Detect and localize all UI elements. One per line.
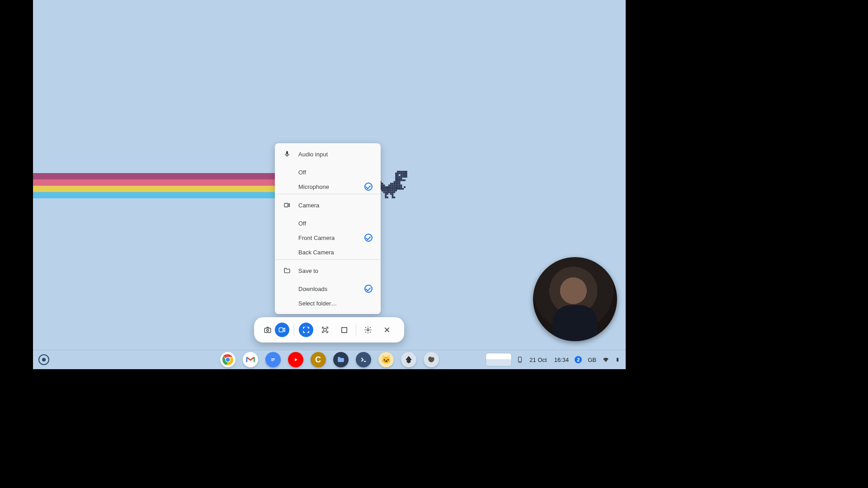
docs-app-icon[interactable] — [265, 352, 281, 367]
capture-toolbar — [254, 317, 404, 343]
selected-check-icon — [364, 234, 373, 242]
screenshot-mode-button[interactable] — [260, 323, 275, 337]
battery-icon[interactable] — [614, 356, 621, 363]
screencast-mode-button[interactable] — [275, 323, 289, 337]
selected-check-icon — [364, 285, 373, 293]
gimp-app-icon[interactable] — [424, 352, 439, 367]
camera-label: Camera — [298, 202, 319, 209]
option-label: Off — [298, 169, 306, 176]
svg-point-6 — [367, 329, 369, 331]
holding-space-chip[interactable] — [486, 353, 512, 366]
inkscape-app-icon[interactable] — [401, 352, 416, 367]
folder-icon — [283, 267, 291, 275]
launcher-button[interactable] — [38, 354, 49, 365]
capture-fullscreen-button[interactable] — [299, 323, 313, 337]
chrome-app-icon[interactable] — [220, 352, 236, 367]
option-label: Select folder… — [298, 300, 337, 307]
svg-rect-12 — [271, 361, 273, 361]
save-to-section: Save to Downloads Select folder… — [275, 260, 381, 310]
terminal-app-icon[interactable] — [356, 352, 371, 367]
save-to-label: Save to — [298, 267, 318, 274]
desktop: Audio input Off Microphone — [33, 0, 626, 369]
svg-rect-15 — [617, 358, 618, 361]
capture-region-button[interactable] — [318, 323, 332, 337]
option-label: Microphone — [298, 183, 329, 190]
svg-rect-3 — [279, 328, 283, 332]
capture-window-button[interactable] — [337, 323, 351, 337]
selected-check-icon — [364, 183, 373, 191]
svg-rect-0 — [284, 203, 288, 207]
wallpaper-stripe — [33, 173, 275, 179]
capture-close-button[interactable] — [380, 323, 394, 337]
audio-microphone-option[interactable]: Microphone — [275, 179, 381, 194]
notification-badge[interactable]: 2 — [575, 356, 582, 363]
svg-rect-16 — [617, 357, 618, 358]
shelf: C 🐱 — [33, 350, 626, 369]
wifi-icon[interactable] — [602, 356, 609, 363]
back-camera-option[interactable]: Back Camera — [275, 245, 381, 259]
save-to-header: Save to — [275, 260, 381, 282]
gmail-app-icon[interactable] — [243, 352, 258, 367]
webcam-preview[interactable] — [533, 257, 617, 341]
audio-input-label: Audio input — [298, 151, 328, 158]
svg-rect-1 — [264, 328, 271, 333]
tray-date[interactable]: 21 Oct — [528, 356, 548, 364]
mic-icon — [283, 150, 291, 158]
wallpaper-stripe — [33, 192, 275, 198]
option-label: Front Camera — [298, 235, 335, 241]
separator — [294, 324, 294, 336]
audio-input-header: Audio input — [275, 143, 381, 165]
c-app-icon[interactable]: C — [311, 352, 326, 367]
front-camera-option[interactable]: Front Camera — [275, 230, 381, 245]
capture-settings-button[interactable] — [361, 323, 375, 337]
youtube-app-icon[interactable] — [288, 352, 303, 367]
camera-off-option[interactable]: Off — [275, 216, 381, 230]
camera-header: Camera — [275, 194, 381, 216]
camera-section: Camera Off Front Camera Back Camera — [275, 194, 381, 260]
svg-point-14 — [520, 361, 520, 362]
system-tray: 21 Oct 16:34 2 GB — [486, 353, 621, 366]
svg-point-9 — [226, 357, 230, 361]
tray-time[interactable]: 16:34 — [553, 356, 571, 364]
app-icon[interactable]: 🐱 — [378, 352, 394, 367]
phone-hub-icon[interactable] — [516, 356, 524, 363]
files-app-icon[interactable] — [333, 352, 349, 367]
capture-settings-menu: Audio input Off Microphone — [275, 143, 381, 314]
separator — [356, 324, 356, 336]
svg-point-2 — [267, 329, 269, 332]
shelf-apps: C 🐱 — [220, 352, 439, 367]
svg-rect-10 — [271, 358, 274, 359]
option-label: Downloads — [298, 286, 327, 292]
wallpaper-stripe — [33, 179, 275, 186]
keyboard-layout[interactable]: GB — [586, 356, 598, 364]
option-label: Off — [298, 220, 306, 227]
svg-rect-4 — [324, 328, 326, 331]
camera-icon — [283, 201, 291, 209]
select-folder-option[interactable]: Select folder… — [275, 296, 381, 310]
audio-input-section: Audio input Off Microphone — [275, 143, 381, 194]
save-downloads-option[interactable]: Downloads — [275, 282, 381, 296]
audio-off-option[interactable]: Off — [275, 165, 381, 179]
option-label: Back Camera — [298, 249, 334, 256]
svg-rect-11 — [271, 359, 274, 360]
wallpaper-stripe — [33, 186, 275, 192]
svg-rect-5 — [341, 327, 346, 332]
